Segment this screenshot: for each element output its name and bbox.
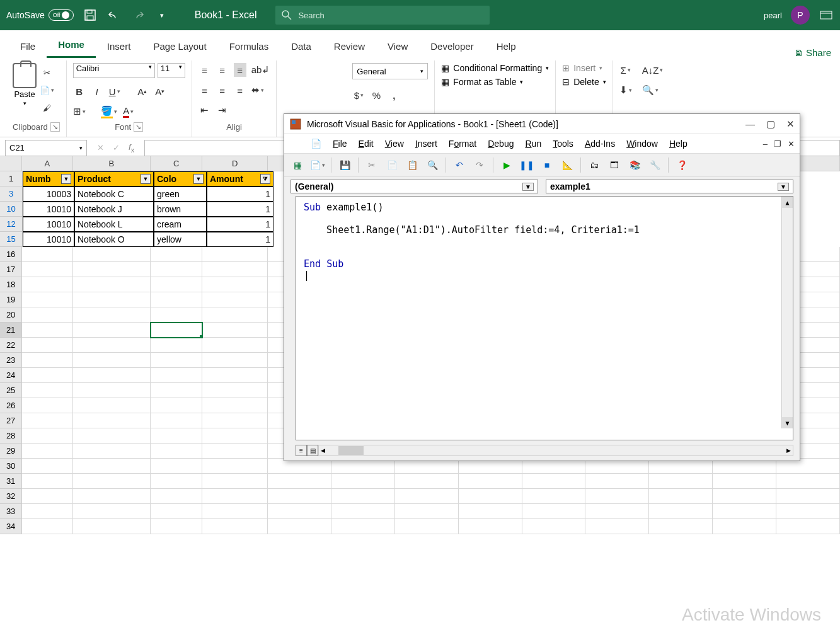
tab-file[interactable]: File [9, 35, 47, 58]
vba-menu-debug[interactable]: Debug [488, 139, 514, 149]
cell[interactable] [151, 398, 202, 413]
cell[interactable] [22, 383, 72, 398]
font-size-select[interactable]: 11▾ [158, 63, 185, 78]
filter-icon[interactable]: ▼ [61, 174, 71, 184]
cell[interactable] [202, 353, 268, 368]
cell[interactable] [73, 474, 151, 489]
cell[interactable]: 10003 [23, 186, 74, 202]
decrease-indent-icon[interactable]: ⇤ [198, 103, 211, 117]
fill-color-icon[interactable]: 🪣 [101, 105, 117, 118]
cell[interactable] [73, 277, 151, 292]
row-header[interactable]: 3 [0, 186, 23, 202]
cell[interactable]: cream [154, 217, 207, 232]
cell[interactable] [73, 383, 151, 398]
mdi-close-icon[interactable]: ✕ [788, 139, 795, 149]
col-header-D[interactable]: D [202, 156, 268, 171]
cell[interactable] [22, 277, 72, 292]
cell[interactable]: 1 [207, 232, 273, 247]
undo-icon[interactable] [106, 8, 122, 23]
cell[interactable] [268, 504, 331, 519]
cell[interactable] [522, 504, 586, 519]
cell[interactable] [73, 262, 151, 277]
cell[interactable] [649, 519, 713, 534]
row-header[interactable]: 20 [0, 307, 22, 323]
run-icon[interactable]: ▶ [500, 158, 514, 172]
cell[interactable]: Notebook C [74, 186, 154, 202]
cell[interactable] [22, 262, 72, 277]
vba-menu-format[interactable]: Format [449, 139, 476, 149]
find-icon[interactable]: 🔍 [425, 158, 439, 172]
cell[interactable]: 1 [207, 186, 273, 202]
paste-button[interactable]: Paste ▾ [13, 63, 37, 121]
cell[interactable] [73, 307, 151, 323]
copy-icon[interactable]: 📄 [385, 158, 399, 172]
autosave-toggle[interactable]: AutoSave Off [6, 9, 74, 21]
cell[interactable] [73, 519, 151, 534]
view-excel-icon[interactable]: ▦ [291, 158, 304, 172]
vba-menu-window[interactable]: Window [626, 139, 658, 149]
redo-icon[interactable]: ↷ [473, 158, 486, 172]
cell[interactable] [151, 444, 202, 459]
cell[interactable] [202, 262, 268, 277]
cell[interactable] [73, 247, 151, 262]
row-header[interactable]: 30 [0, 459, 22, 474]
name-box[interactable]: C21▾ [5, 140, 87, 156]
vba-menu-help[interactable]: Help [669, 139, 688, 149]
percent-icon[interactable]: % [370, 88, 383, 102]
cell[interactable] [202, 413, 268, 428]
minimize-icon[interactable]: — [745, 118, 755, 130]
break-icon[interactable]: ❚❚ [520, 158, 534, 172]
cell[interactable] [585, 489, 649, 504]
cell[interactable] [151, 307, 202, 323]
cut-icon[interactable]: ✂ [365, 158, 379, 172]
row-header[interactable]: 10 [0, 202, 23, 217]
delete-cells-button[interactable]: ⊟ Delete ▾ [562, 77, 606, 87]
filter-icon[interactable]: ▼ [141, 174, 151, 184]
tab-help[interactable]: Help [485, 35, 527, 58]
cell[interactable] [73, 323, 151, 338]
tab-page-layout[interactable]: Page Layout [142, 35, 217, 58]
cell[interactable] [22, 368, 72, 383]
cell[interactable]: Notebook O [74, 232, 154, 247]
cell[interactable] [22, 444, 72, 459]
cell[interactable] [22, 504, 72, 519]
find-icon[interactable]: 🔍 [642, 83, 659, 97]
row-header[interactable]: 31 [0, 474, 22, 489]
code-editor[interactable]: Sub example1() Sheet1.Range("A1:D1").Aut… [296, 196, 793, 440]
cell[interactable] [459, 489, 522, 504]
search-box[interactable]: Search [275, 6, 490, 25]
increase-indent-icon[interactable]: ⇥ [216, 103, 229, 117]
row-header[interactable]: 1 [0, 171, 23, 186]
cell[interactable] [151, 519, 202, 534]
cell[interactable] [713, 489, 776, 504]
cell[interactable] [22, 413, 72, 428]
italic-button[interactable]: I [91, 84, 103, 98]
cell[interactable] [22, 353, 72, 368]
cell[interactable] [776, 489, 840, 504]
row-header[interactable]: 23 [0, 353, 22, 368]
fx-enter-icon[interactable]: ✓ [113, 143, 120, 152]
row-header[interactable]: 17 [0, 262, 22, 277]
cell[interactable] [459, 474, 522, 489]
procedure-combo[interactable]: example1▼ [546, 180, 793, 193]
cell[interactable] [202, 428, 268, 444]
cell[interactable] [776, 474, 840, 489]
qat-customize-icon[interactable]: ▾ [154, 8, 170, 23]
cell[interactable] [22, 519, 72, 534]
cell[interactable] [151, 338, 202, 353]
cell[interactable] [202, 383, 268, 398]
cell[interactable]: Notebook J [74, 202, 154, 217]
conditional-formatting-button[interactable]: ▦ Conditional Formatting ▾ [441, 63, 549, 73]
cell[interactable] [649, 489, 713, 504]
row-header[interactable]: 28 [0, 428, 22, 444]
cell[interactable] [22, 459, 72, 474]
share-button[interactable]: 🗎 Share [794, 47, 831, 58]
row-header[interactable]: 27 [0, 413, 22, 428]
cell[interactable]: 1 [207, 217, 273, 232]
align-middle-icon[interactable]: ≡ [216, 63, 229, 77]
reset-icon[interactable]: ■ [540, 158, 554, 172]
vba-menu-addins[interactable]: Add-Ins [585, 139, 615, 149]
row-header[interactable]: 15 [0, 232, 23, 247]
col-header-A[interactable]: A [22, 156, 72, 171]
tab-formulas[interactable]: Formulas [218, 35, 280, 58]
